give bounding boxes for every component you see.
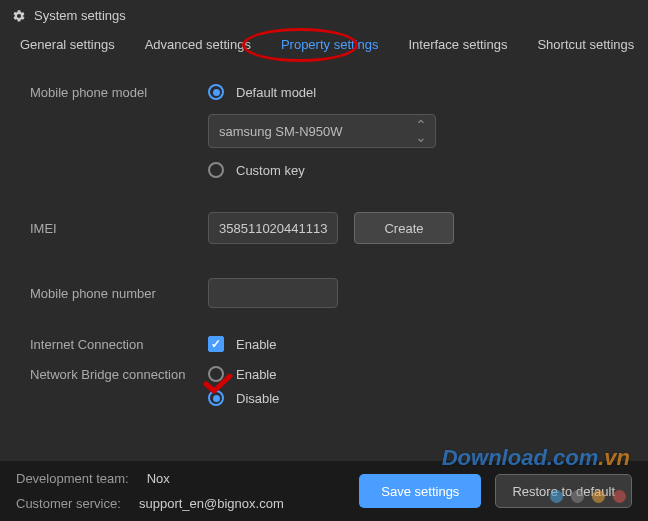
internet-enable-checkbox[interactable] [208,336,224,352]
tab-shortcut[interactable]: Shortcut settings [537,37,634,52]
imei-value: 358511020441113 [219,221,327,236]
window-title: System settings [34,8,126,23]
mobile-model-label: Mobile phone model [30,85,208,100]
chevron-down-icon: ⌄ [415,131,427,143]
imei-input[interactable]: 358511020441113 [208,212,338,244]
social-icon [613,490,626,503]
gear-icon [12,9,26,23]
radio-bridge-enable[interactable] [208,366,224,382]
tab-advanced[interactable]: Advanced settings [145,37,251,52]
social-icon [571,490,584,503]
create-button[interactable]: Create [354,212,454,244]
social-icons-row [550,490,626,503]
window-header: System settings [0,0,648,29]
dev-team-label: Development team: [16,471,129,486]
radio-custom-key[interactable] [208,162,224,178]
dev-team-value: Nox [147,471,170,486]
support-label: Customer service: [16,496,121,511]
model-select-value: samsung SM-N950W [219,124,343,139]
support-value: support_en@bignox.com [139,496,284,511]
tab-general[interactable]: General settings [20,37,115,52]
tabs-bar: General settings Advanced settings Prope… [0,29,648,60]
settings-form: Mobile phone model Default model samsung… [0,60,648,430]
imei-label: IMEI [30,221,208,236]
bridge-disable-text: Disable [236,391,279,406]
custom-key-text: Custom key [236,163,305,178]
internet-label: Internet Connection [30,337,208,352]
phone-number-input[interactable] [208,278,338,308]
social-icon [550,490,563,503]
bridge-label: Network Bridge connection [30,367,208,382]
tab-property[interactable]: Property settings [281,37,379,52]
radio-default-model[interactable] [208,84,224,100]
tab-interface[interactable]: Interface settings [408,37,507,52]
radio-bridge-disable[interactable] [208,390,224,406]
social-icon [592,490,605,503]
bridge-enable-text: Enable [236,367,276,382]
phone-number-label: Mobile phone number [30,286,208,301]
model-select[interactable]: samsung SM-N950W ⌃ ⌄ [208,114,436,148]
save-button[interactable]: Save settings [359,474,481,508]
internet-enable-text: Enable [236,337,276,352]
default-model-text: Default model [236,85,316,100]
